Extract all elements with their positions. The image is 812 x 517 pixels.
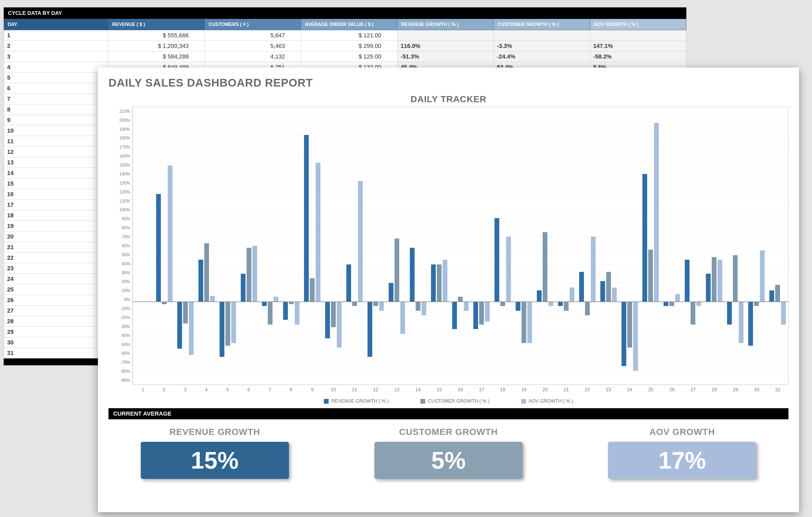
- bar: [627, 301, 632, 348]
- bar-group: [640, 107, 662, 385]
- xtick: 17: [471, 385, 492, 392]
- bar-group: [661, 107, 683, 385]
- bar: [748, 301, 753, 346]
- bar: [189, 301, 194, 355]
- kpi-row: REVENUE GROWTH 15%CUSTOMER GROWTH 5%AOV …: [109, 427, 788, 479]
- xtick: 1: [132, 385, 153, 392]
- chart-legend: REVENUE GROWTH ( % )CUSTOMER GROWTH ( % …: [109, 399, 788, 404]
- ytick: 0%: [109, 295, 130, 304]
- bar: [712, 257, 717, 301]
- xtick: 11: [344, 385, 365, 392]
- bar: [337, 301, 342, 348]
- bar: [775, 285, 780, 301]
- bar-group: [471, 107, 492, 385]
- bar: [241, 274, 245, 301]
- xtick: 29: [725, 385, 746, 392]
- daily-tracker-chart: -90%-80%-70%-60%-50%-40%-30%-20%-10%0%10…: [109, 107, 788, 385]
- bar: [220, 301, 224, 357]
- bar: [379, 301, 384, 311]
- ytick: -50%: [109, 340, 130, 349]
- bar-group: [725, 107, 746, 385]
- bar: [358, 181, 363, 301]
- current-average-band: CURRENT AVERAGE: [109, 408, 788, 419]
- bar: [410, 248, 415, 301]
- xtick: 5: [217, 385, 238, 392]
- bar-group: [365, 107, 386, 385]
- xtick: 25: [640, 385, 662, 392]
- bar: [452, 301, 457, 329]
- legend-item: CUSTOMER GROWTH ( % ): [420, 399, 490, 404]
- bar: [198, 260, 203, 301]
- ytick: 140%: [109, 170, 130, 179]
- bar-group: [344, 107, 365, 385]
- bar: [431, 265, 436, 301]
- chart-zero-line: [133, 301, 788, 302]
- bar: [718, 260, 722, 301]
- bar: [262, 301, 267, 306]
- bar: [516, 301, 520, 311]
- xtick: 14: [407, 385, 429, 392]
- kpi-value: 17%: [608, 442, 756, 479]
- xtick: 12: [365, 385, 386, 392]
- bar: [500, 301, 505, 306]
- bar: [389, 283, 394, 301]
- bar: [373, 301, 378, 306]
- bar-group: [492, 107, 513, 385]
- bar: [479, 301, 484, 325]
- bar-group: [260, 107, 281, 385]
- bar: [231, 301, 236, 343]
- ytick: 30%: [109, 268, 130, 277]
- bar: [331, 301, 336, 327]
- bar: [368, 301, 372, 357]
- bar-group: [429, 107, 450, 385]
- bar-group: [556, 107, 577, 385]
- kpi: AOV GROWTH 17%: [576, 427, 788, 479]
- xtick: 10: [323, 385, 344, 392]
- bar: [253, 246, 257, 301]
- ytick: 120%: [109, 188, 130, 197]
- kpi-value: 5%: [374, 442, 523, 479]
- xtick: 20: [534, 385, 556, 392]
- bar: [633, 301, 638, 371]
- xtick: 19: [513, 385, 534, 392]
- bar-group: [577, 107, 598, 385]
- chart-yaxis: -90%-80%-70%-60%-50%-40%-30%-20%-10%0%10…: [109, 107, 132, 385]
- bar: [521, 301, 526, 343]
- xtick: 18: [492, 385, 513, 392]
- bar: [642, 174, 647, 301]
- bar: [685, 260, 690, 301]
- bar: [739, 301, 744, 343]
- cycle-band-title: CYCLE DATA BY DAY: [4, 7, 686, 19]
- bar: [246, 248, 251, 301]
- bar: [316, 163, 320, 301]
- bar: [612, 288, 617, 301]
- bar: [400, 301, 405, 334]
- bar-group: [154, 107, 175, 385]
- bar: [295, 301, 299, 325]
- bar: [606, 272, 611, 301]
- kpi: REVENUE GROWTH 15%: [109, 427, 321, 479]
- bar: [691, 301, 695, 325]
- ytick: -30%: [109, 322, 130, 331]
- bar: [422, 301, 426, 315]
- table-row: 3 $ 584,288 4,132 $ 125.00 -51.3% -24.4%…: [4, 51, 686, 62]
- xtick: 16: [450, 385, 471, 392]
- ytick: 210%: [109, 107, 130, 116]
- bar: [395, 239, 399, 301]
- chart-xaxis: 1234567891011121314151617181920212223242…: [132, 385, 788, 392]
- ytick: 200%: [109, 116, 130, 125]
- xtick: 27: [683, 385, 704, 392]
- xtick: 4: [196, 385, 217, 392]
- bar: [648, 250, 653, 301]
- ytick: 80%: [109, 223, 130, 233]
- kpi-label: AOV GROWTH: [576, 427, 788, 437]
- bar: [706, 274, 710, 301]
- ytick: 150%: [109, 161, 130, 170]
- bar-group: [450, 107, 471, 385]
- ytick: 180%: [109, 134, 130, 143]
- bar: [549, 301, 553, 306]
- ytick: -70%: [109, 358, 130, 367]
- xtick: 3: [175, 385, 196, 392]
- bar-group: [703, 107, 725, 385]
- bar: [464, 301, 469, 311]
